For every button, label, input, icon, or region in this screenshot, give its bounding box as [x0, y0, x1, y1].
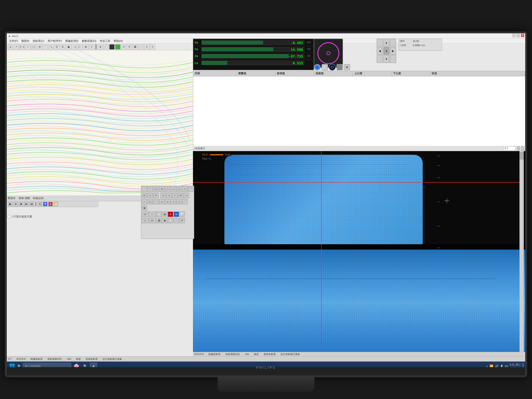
tool-flag[interactable]: ⚑ — [43, 202, 47, 206]
arrow-up[interactable]: ▲ — [383, 39, 389, 46]
menu-image[interactable]: 图像处理(I) — [64, 39, 80, 43]
tool-folder[interactable]: 📁 — [54, 202, 58, 206]
sm-tool-r2-1[interactable]: ⊡ — [142, 193, 147, 198]
tool-copy[interactable]: ⊕ — [98, 44, 103, 50]
sm-tool-r6-5[interactable]: 📋 — [168, 218, 173, 223]
tool-x[interactable]: ✕ — [38, 202, 42, 206]
tool-stop-red[interactable]: ● — [48, 202, 53, 206]
tool-q[interactable]: Q — [54, 44, 59, 50]
sm-tool-ellipse[interactable]: ⬭ — [165, 186, 170, 192]
sm-tool-r5-7[interactable]: 📊 — [179, 212, 185, 217]
sm-tool-r3-4[interactable]: ▭ — [159, 199, 164, 204]
menu-tools[interactable]: 专业工具 — [98, 39, 112, 43]
notification-btn[interactable] — [522, 363, 524, 367]
tool-arc[interactable]: ◔ — [37, 44, 42, 50]
scroll-down-btn[interactable]: - — [521, 146, 524, 151]
tool-color[interactable] — [115, 44, 120, 50]
tool-text[interactable]: I — [25, 44, 30, 50]
sm-tool-r2-7[interactable]: ⊕ — [178, 193, 183, 198]
skip-btn[interactable]: ⏭ — [24, 202, 29, 206]
tray-keyboard[interactable]: EN — [505, 365, 508, 367]
gear-btn1[interactable] — [329, 64, 336, 71]
tool-paste[interactable]: 📋 — [103, 44, 109, 50]
nav-arrows[interactable]: ▲ ◀ ● ▶ ▼ — [377, 39, 396, 63]
sm-tool-r5-2[interactable]: +. — [149, 212, 156, 217]
sm-tool-r3-2[interactable]: ◯ — [148, 199, 153, 204]
sm-tool-r2-5[interactable]: ∨ — [166, 193, 172, 198]
square-btn1[interactable] — [322, 64, 328, 70]
menu-user[interactable]: 用户程序(P) — [46, 39, 63, 43]
sm-tool-r4-1[interactable]: ▦ — [142, 205, 147, 211]
tool-curve[interactable]: ⌒ — [43, 44, 48, 50]
sm-tool-line[interactable]: / — [148, 186, 153, 192]
tool-align[interactable]: ≡ — [89, 44, 94, 50]
tool-lines[interactable]: ≡ — [150, 44, 155, 50]
tool-img1[interactable]: 🖼 — [133, 44, 138, 50]
tool-s[interactable]: S — [127, 44, 132, 50]
sm-tool-r3-1[interactable]: + — [142, 199, 147, 204]
sm-tool-circle[interactable]: ◯ — [153, 186, 159, 192]
maximize-button[interactable]: □ — [517, 34, 520, 37]
minimize-button[interactable]: ─ — [512, 34, 516, 37]
tool-rotate[interactable]: ↺ — [121, 44, 126, 50]
tool-cursor[interactable]: ↗ — [14, 44, 19, 50]
sm-tool-r3-8[interactable]: ⌒ — [182, 199, 188, 204]
tray-arrow[interactable]: ∧ — [486, 365, 488, 367]
tool-vert[interactable]: ⇕ — [144, 44, 149, 50]
sm-tool-r5-5[interactable]: M — [168, 212, 173, 217]
close-button[interactable]: ✕ — [521, 34, 524, 37]
blue-circle-btn[interactable] — [314, 64, 321, 70]
sm-tool-r5-3[interactable]: 📋 — [156, 212, 162, 217]
end-btn[interactable]: ⏮ — [30, 202, 34, 206]
menu-help[interactable]: 帮助(H) — [112, 39, 124, 43]
tool-measure1[interactable]: ├─┤ — [19, 44, 25, 50]
taskbar-search-bar[interactable]: 输入你想搜的 — [23, 363, 71, 367]
sm-tool-wave[interactable]: ∿ — [182, 186, 188, 192]
sm-tool-r5-1[interactable]: 10. — [142, 212, 148, 217]
sm-tool-r6-6[interactable]: ↑ — [174, 218, 179, 223]
gear-btn2[interactable]: ⚙ — [344, 64, 350, 70]
right-scrollbar[interactable] — [519, 151, 524, 356]
stop-btn[interactable]: ■ — [19, 202, 23, 206]
sm-tool-r2-6[interactable]: + — [172, 193, 177, 198]
taskbar-insc-app[interactable]: A — [90, 363, 97, 367]
tool-select[interactable]: ▣ — [66, 44, 71, 50]
pause-btn[interactable]: ⏸ — [14, 202, 18, 206]
sm-tool-r3-7[interactable]: ∿ — [177, 199, 182, 204]
sm-tool-poly[interactable]: ⬡ — [177, 186, 182, 192]
play-btn[interactable]: ▶ — [8, 202, 13, 206]
sm-tool-r6-7[interactable]: ⬆ — [179, 218, 185, 223]
sm-tool-r3-3[interactable]: ⌒ — [153, 199, 159, 204]
taskbar-search2-icon[interactable]: 🔍 — [82, 363, 89, 367]
tool-arrow2[interactable]: |← — [77, 44, 83, 50]
sm-tool-dot[interactable]: · — [142, 186, 147, 192]
sm-tool-r3-6[interactable]: 🔺 — [171, 199, 176, 204]
scroll-up-btn[interactable]: + — [517, 146, 520, 151]
sm-tool-r3-5[interactable]: ∠ — [165, 199, 170, 204]
sm-tool-r5-4[interactable]: ▦ — [162, 212, 167, 217]
sm-tool-r6-2[interactable]: 10. — [149, 218, 156, 223]
sm-tool-r5-6[interactable]: W — [174, 212, 179, 217]
sm-tool-r2-8[interactable]: ▭ — [184, 193, 189, 198]
tool-zoom[interactable]: 🔍 — [48, 44, 54, 50]
tool-a[interactable]: A — [60, 44, 65, 50]
square-btn2[interactable] — [337, 64, 343, 70]
scroll-input[interactable]: 0.7 — [503, 146, 516, 151]
sm-tool-r6-1[interactable]: ↙. — [142, 218, 148, 223]
sm-tool-rect[interactable]: ▭ — [171, 186, 176, 192]
arrow-down[interactable]: ▼ — [383, 55, 389, 63]
tool-black[interactable] — [109, 44, 115, 50]
arrow-right[interactable]: ▶ — [390, 47, 396, 55]
window-controls[interactable]: ─ □ ✕ — [512, 34, 524, 37]
sm-tool-r6-3[interactable]: 🖼 — [156, 218, 162, 223]
menu-preset[interactable]: 预置内 — [20, 39, 31, 43]
sm-tool-r2-4[interactable]: ∧ — [161, 193, 166, 198]
menu-params[interactable]: 参数设置(O) — [80, 39, 98, 43]
tool-grid[interactable]: ⊞ — [83, 44, 89, 50]
tray-volume[interactable]: 🔊 — [495, 364, 499, 367]
tray-battery[interactable]: 🔋 — [500, 365, 503, 367]
tool-arrow[interactable]: →| — [72, 44, 77, 50]
sm-tool-curve[interactable]: ⌒ — [188, 186, 193, 192]
scroll-thumb[interactable] — [520, 152, 524, 159]
tool-circle[interactable]: ◯ — [31, 44, 36, 50]
